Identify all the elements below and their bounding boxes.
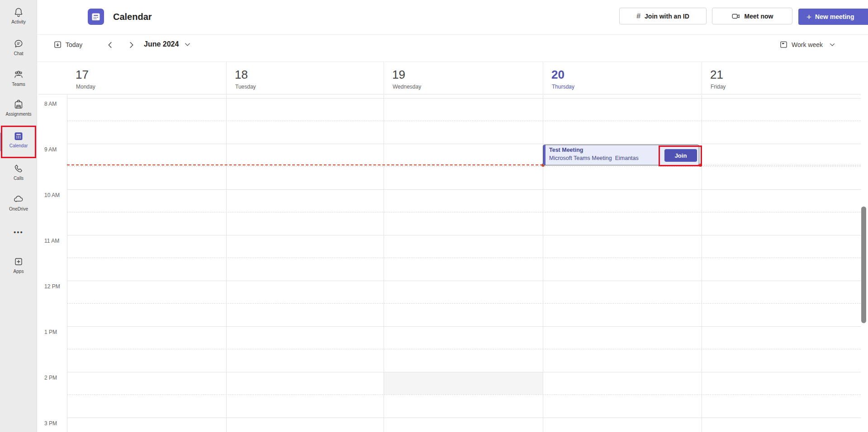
- sidebar-item-label: Chat: [14, 51, 23, 56]
- day-header-friday[interactable]: 21 Friday: [702, 62, 861, 94]
- column-line: [67, 95, 67, 432]
- phone-icon: [13, 163, 24, 174]
- header-divider: [702, 62, 702, 94]
- sidebar-more-button[interactable]: •••: [0, 228, 37, 242]
- chat-icon: [13, 38, 24, 50]
- join-with-id-label: Join with an ID: [645, 13, 689, 20]
- hovered-time-slot[interactable]: [384, 372, 543, 394]
- hour-line: [67, 235, 861, 235]
- sidebar-item-calls[interactable]: Calls: [0, 163, 37, 191]
- time-label: 9 AM: [44, 146, 65, 153]
- new-meeting-main[interactable]: + New meeting: [798, 13, 868, 21]
- day-column-tuesday[interactable]: [226, 95, 384, 432]
- backpack-icon: [13, 99, 24, 110]
- column-line: [702, 95, 702, 432]
- half-hour-line: [67, 349, 861, 349]
- chevron-down-icon: [829, 42, 835, 48]
- today-button[interactable]: Today: [53, 40, 82, 49]
- half-hour-line: [67, 121, 861, 121]
- hour-line: [67, 189, 861, 190]
- teams-icon: [13, 69, 24, 80]
- day-number: 21: [710, 68, 723, 81]
- event-title: Test Meeting: [549, 147, 583, 153]
- day-name: Friday: [711, 84, 726, 90]
- day-number: 19: [392, 68, 405, 81]
- new-meeting-label: New meeting: [815, 13, 854, 20]
- view-selector-label: Work week: [792, 41, 823, 48]
- current-time-line-past: [67, 164, 543, 165]
- join-with-id-button[interactable]: # Join with an ID: [619, 8, 707, 24]
- more-icon: •••: [14, 228, 24, 236]
- plus-icon: +: [806, 13, 811, 21]
- half-hour-line: [67, 394, 861, 395]
- join-button[interactable]: Join: [664, 149, 697, 162]
- cloud-icon: [13, 193, 24, 205]
- sidebar-item-calendar[interactable]: Calendar: [0, 130, 37, 158]
- vertical-scrollbar-thumb[interactable]: [861, 207, 866, 323]
- header-divider: [226, 62, 227, 94]
- day-name: Wednesday: [393, 84, 421, 90]
- event-accent-bar: [543, 145, 545, 165]
- teams-calendar-window: Activity Chat Teams Assignments Calendar: [0, 0, 868, 432]
- time-label: 2 PM: [44, 375, 65, 381]
- next-week-button[interactable]: [128, 41, 135, 49]
- calendar-icon: [13, 130, 24, 142]
- sidebar-item-onedrive[interactable]: OneDrive: [0, 193, 37, 221]
- day-header-monday[interactable]: 17 Monday: [67, 62, 226, 94]
- bell-icon: [13, 6, 24, 18]
- half-hour-line: [67, 212, 861, 212]
- view-selector[interactable]: Work week: [779, 40, 835, 49]
- day-number: 20: [551, 68, 564, 81]
- header-divider: [543, 62, 543, 94]
- day-header-thursday[interactable]: 20 Thursday: [543, 62, 702, 94]
- hour-line: [67, 281, 861, 281]
- calendar-toolbar: Today June 2024 Work week: [37, 35, 868, 62]
- sidebar-item-assignments[interactable]: Assignments: [0, 99, 37, 127]
- chevron-right-icon: [128, 41, 135, 49]
- sidebar-item-teams[interactable]: Teams: [0, 69, 37, 97]
- hour-line: [67, 372, 861, 372]
- sidebar-active-indicator: [0, 132, 2, 151]
- prev-week-button[interactable]: [106, 41, 114, 49]
- time-label: 11 AM: [44, 238, 65, 244]
- day-number: 18: [235, 68, 248, 81]
- day-header-wednesday[interactable]: 19 Wednesday: [384, 62, 543, 94]
- hash-icon: #: [636, 12, 640, 20]
- sidebar-item-label: Activity: [11, 19, 26, 25]
- chevron-left-icon: [106, 41, 114, 49]
- sidebar-item-apps[interactable]: Apps: [0, 256, 37, 284]
- time-label: 3 PM: [44, 420, 65, 427]
- hour-line: [67, 326, 861, 327]
- sidebar-item-label: Assignments: [5, 112, 31, 117]
- event-subtitle: Microsoft Teams Meeting Eimantas: [549, 155, 662, 161]
- day-name: Tuesday: [235, 84, 256, 90]
- event-card[interactable]: Test Meeting Microsoft Teams Meeting Eim…: [543, 145, 699, 165]
- new-meeting-button[interactable]: + New meeting: [798, 9, 868, 25]
- column-line: [226, 95, 227, 432]
- day-column-monday[interactable]: [67, 95, 226, 432]
- sidebar-item-label: Teams: [12, 82, 25, 87]
- sidebar-item-chat[interactable]: Chat: [0, 38, 37, 66]
- day-name: Monday: [76, 84, 95, 90]
- work-week-icon: [779, 40, 788, 49]
- calendar-today-icon: [53, 40, 62, 49]
- half-hour-line: [67, 166, 861, 167]
- hour-line: [67, 144, 861, 144]
- time-label: 10 AM: [44, 192, 65, 198]
- period-selector[interactable]: June 2024: [144, 40, 191, 48]
- half-hour-line: [67, 258, 861, 258]
- day-header-tuesday[interactable]: 18 Tuesday: [226, 62, 384, 94]
- day-number: 17: [76, 68, 89, 81]
- time-label: 12 PM: [44, 283, 65, 290]
- chevron-down-icon: [184, 41, 191, 48]
- sidebar-item-label: Calls: [14, 176, 24, 181]
- day-column-friday[interactable]: [702, 95, 861, 432]
- header-divider: [384, 62, 384, 94]
- meet-now-button[interactable]: Meet now: [712, 8, 792, 24]
- hour-line: [67, 418, 861, 418]
- time-label: 8 AM: [44, 101, 65, 107]
- sidebar-item-activity[interactable]: Activity: [0, 6, 37, 34]
- time-label: 1 PM: [44, 329, 65, 335]
- sidebar-item-label: OneDrive: [9, 207, 28, 212]
- sidebar-item-label: Calendar: [9, 143, 28, 149]
